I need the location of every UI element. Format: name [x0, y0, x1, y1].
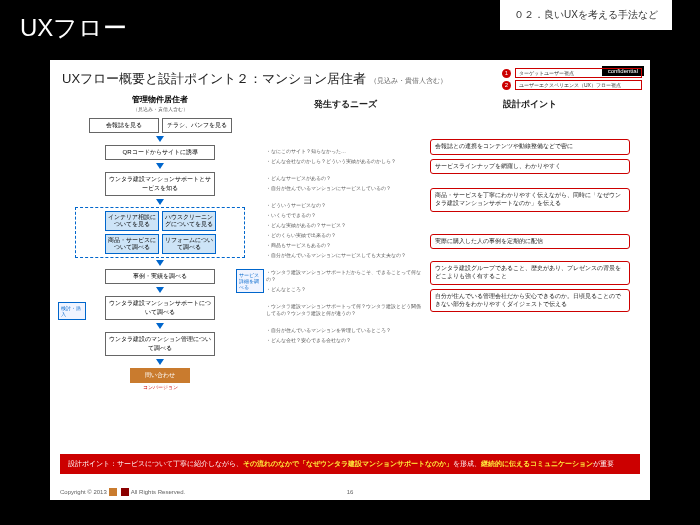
point-box: ウンタラ建設グループであること、歴史があり、プレゼンスの背景をどこよりも強く有す…: [430, 261, 630, 284]
slide: confidential UXフロー概要と設計ポイント２：マンション居住者 （見…: [50, 60, 650, 500]
need-item: なにこのサイト？知らなかった…: [266, 148, 424, 155]
column-header: 発生するニーズ: [266, 94, 424, 115]
rights: All Rights Reserved.: [131, 489, 185, 495]
arrow-icon: [156, 359, 164, 365]
flow-box-blue: リフォームについて調べる: [162, 234, 216, 254]
flow-column: 管理物件居住者 （見込み・貴借人含む） 会報誌を見る チラシ、パンフを見る QR…: [60, 94, 260, 446]
flow-box: チラシ、パンフを見る: [162, 118, 232, 133]
summary-text: を形成、: [453, 460, 481, 467]
flow-box-blue: ハウスクリーニングについてを見る: [162, 211, 216, 231]
flow-terminal: 問い合わせ: [130, 368, 190, 383]
flow-box: QRコードからサイトに誘導: [105, 145, 215, 160]
side-callout: サービス詳細を調べる: [236, 269, 264, 293]
arrow-icon: [156, 136, 164, 142]
slide-title-sub: （見込み・貴借人含む）: [370, 77, 447, 84]
points-column: 設計ポイント 会報誌との連携をコンテンツや動線整備などで密に サービスラインナッ…: [430, 94, 630, 446]
summary-box: 設計ポイント：サービスについて丁寧に紹介しながら、その流れのなかで「なぜウンタラ…: [60, 454, 640, 474]
columns: 管理物件居住者 （見込み・貴借人含む） 会報誌を見る チラシ、パンフを見る QR…: [50, 90, 650, 450]
need-item: どんな会社？安心できる会社なの？: [266, 337, 424, 344]
legend-text: ユーザーエクスペリエンス（UX）フロー視点: [515, 80, 642, 90]
page-number: 16: [347, 489, 354, 495]
arrow-icon: [156, 287, 164, 293]
terminal-label: コンバージョン: [60, 384, 260, 390]
need-item: ウンタラ建設マンションサポートって何？ウンタラ建設とどう関係してるの？ウンタラ建…: [266, 303, 424, 317]
need-item: どんなサービスがあるの？: [266, 175, 424, 182]
flow-box: 会報誌を見る: [89, 118, 159, 133]
flow-box: ウンタラ建設のマンション管理について調べる: [105, 332, 215, 356]
summary-text: が重要: [593, 460, 614, 467]
point-box: 自分が住んでいる管理会社だから安心できるのか。日頃見ることのできない部分をわかり…: [430, 289, 630, 312]
summary-em: 継続的に伝えるコミュニケーション: [481, 460, 593, 467]
need-item: どんな会社なのかしら？どういう実績があるのかしら？: [266, 158, 424, 165]
side-callout: 検討・購入: [58, 302, 86, 320]
column-header: 設計ポイント: [430, 94, 630, 115]
flow-box: ウンタラ建設マンションサポートについて調べる: [105, 296, 215, 320]
need-item: いくらでできるの？: [266, 212, 424, 219]
arrow-icon: [156, 260, 164, 266]
slide-title-main: UXフロー概要と設計ポイント２：マンション居住者: [62, 71, 366, 86]
need-item: どんな実績があるの？サービス？: [266, 222, 424, 229]
persona-title: 管理物件居住者: [60, 94, 260, 105]
legend-dot: 1: [502, 69, 511, 78]
point-box: サービスラインナップを網羅し、わかりやすく: [430, 159, 630, 175]
legend-dot: 2: [502, 81, 511, 90]
dashed-group: インテリア相談についてを見るハウスクリーニングについてを見る 商品・サービスにつ…: [75, 207, 245, 258]
arrow-icon: [156, 323, 164, 329]
arrow-icon: [156, 199, 164, 205]
need-item: 自分が住んでいるマンションを管理しているところ？: [266, 327, 424, 334]
need-item: どういうサービスなの？: [266, 202, 424, 209]
logo-icon: [121, 488, 129, 496]
arrow-icon: [156, 163, 164, 169]
logo-icon: [109, 488, 117, 496]
point-box: 実際に購入した人の事例を定期的に配信: [430, 234, 630, 250]
section-tag: ０２．良いUXを考える手法など: [500, 0, 672, 30]
need-item: 商品もサービスもあるの？: [266, 242, 424, 249]
need-item: 自分が住んでいるマンションにサービスしているの？: [266, 185, 424, 192]
need-item: ウンタラ建設マンションサポートだからこそ、できることって何なの？: [266, 269, 424, 283]
persona-sub: （見込み・貴借人含む）: [60, 106, 260, 112]
copyright: Copyright © 2013: [60, 489, 107, 495]
need-item: どんなところ？: [266, 286, 424, 293]
needs-column: 発生するニーズ なにこのサイト？知らなかった… どんな会社なのかしら？どういう実…: [260, 94, 430, 446]
point-box: 会報誌との連携をコンテンツや動線整備などで密に: [430, 139, 630, 155]
legend-text: ターゲットユーザー視点: [515, 68, 642, 78]
summary-text: 設計ポイント：サービスについて丁寧に紹介しながら、: [68, 460, 243, 467]
need-item: 自分が住んでいるマンションにサービスしても大丈夫なの？: [266, 252, 424, 259]
need-item: どのくらい実績で出来るの？: [266, 232, 424, 239]
point-box: 商品・サービスを丁寧にわかりやすく伝えながら、同時に「なぜウンタラ建設マンション…: [430, 188, 630, 211]
flow-box-blue: インテリア相談についてを見る: [105, 211, 159, 231]
summary-em: その流れのなかで「なぜウンタラ建設マンションサポートなのか」: [243, 460, 453, 467]
flow-box: ウンタラ建設マンションサポートとサービスを知る: [105, 172, 215, 196]
flow-box: 事例・実績を調べる: [105, 269, 215, 284]
flow-box-blue: 商品・サービスについて調べる: [105, 234, 159, 254]
slide-footer: Copyright © 2013 All Rights Reserved. 16: [50, 488, 650, 496]
legend: 1ターゲットユーザー視点 2ユーザーエクスペリエンス（UX）フロー視点: [502, 68, 642, 92]
